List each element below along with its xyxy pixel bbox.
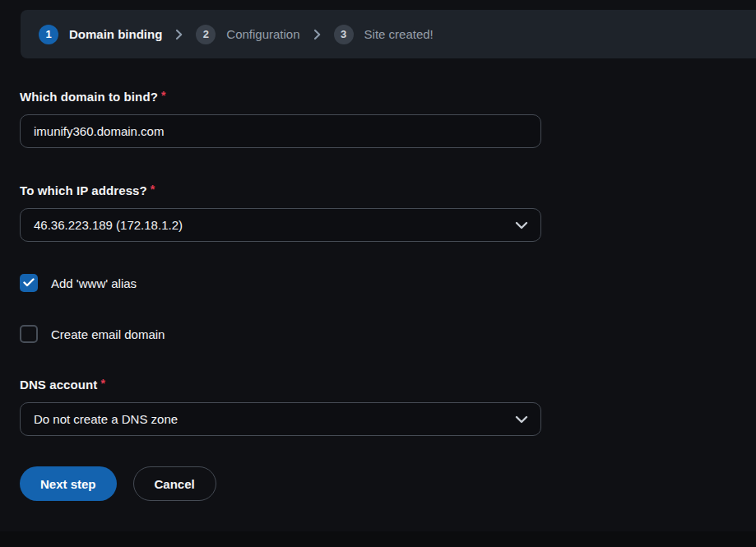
chevron-right-icon	[313, 29, 321, 40]
domain-field-label: Which domain to bind?*	[20, 89, 165, 104]
step-number-badge: 3	[334, 25, 354, 44]
form-actions: Next step Cancel	[20, 466, 216, 501]
step-site-created[interactable]: 3 Site created!	[334, 25, 434, 44]
email-domain-label: Create email domain	[51, 327, 165, 341]
dns-field-label: DNS account*	[20, 377, 105, 392]
dns-select-value: Do not create a DNS zone	[34, 412, 178, 426]
required-asterisk: *	[151, 183, 155, 196]
required-asterisk: *	[161, 89, 166, 102]
www-alias-checkbox[interactable]	[20, 274, 38, 292]
wizard-stepper: 1 Domain binding 2 Configuration 3 Site …	[21, 10, 756, 58]
ip-select[interactable]: 46.36.223.189 (172.18.1.2)	[20, 208, 541, 242]
step-label: Configuration	[226, 27, 299, 41]
next-step-button[interactable]: Next step	[20, 466, 117, 501]
checkmark-icon	[23, 276, 35, 290]
www-alias-checkbox-row[interactable]: Add 'www' alias	[20, 274, 137, 292]
ip-select-value: 46.36.223.189 (172.18.1.2)	[34, 218, 183, 232]
step-domain-binding[interactable]: 1 Domain binding	[39, 25, 162, 44]
cancel-button[interactable]: Cancel	[133, 466, 216, 501]
step-configuration[interactable]: 2 Configuration	[196, 25, 299, 44]
label-text: DNS account	[20, 378, 97, 392]
footer-strip	[0, 531, 756, 547]
www-alias-label: Add 'www' alias	[51, 276, 137, 290]
step-label: Domain binding	[69, 27, 162, 41]
domain-input[interactable]	[20, 114, 541, 148]
chevron-down-icon	[515, 415, 528, 424]
dns-select[interactable]: Do not create a DNS zone	[20, 402, 541, 436]
step-label: Site created!	[364, 27, 434, 41]
step-number-badge: 1	[39, 25, 58, 44]
email-domain-checkbox-row[interactable]: Create email domain	[20, 325, 165, 343]
label-text: Which domain to bind?	[20, 90, 158, 104]
step-number-badge: 2	[196, 25, 216, 44]
chevron-down-icon	[515, 221, 528, 229]
ip-field-label: To which IP address?*	[20, 183, 155, 197]
email-domain-checkbox[interactable]	[20, 325, 38, 343]
label-text: To which IP address?	[20, 183, 147, 197]
required-asterisk: *	[100, 377, 105, 390]
chevron-right-icon	[175, 29, 183, 40]
